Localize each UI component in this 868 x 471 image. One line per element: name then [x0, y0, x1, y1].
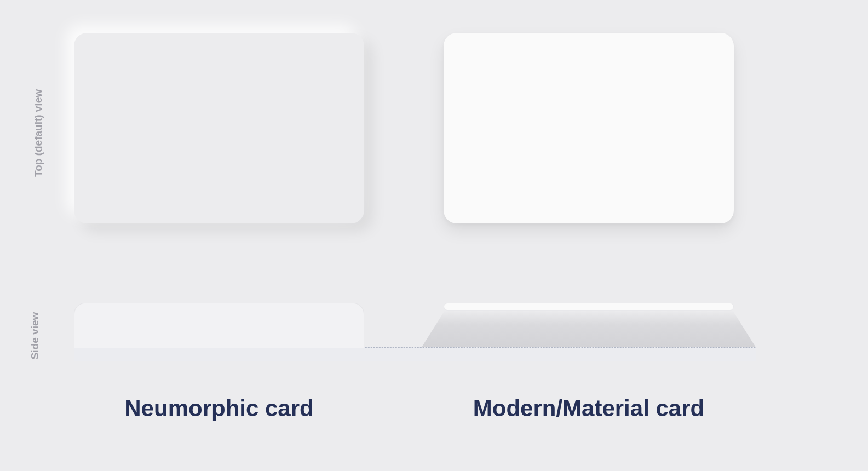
diagram-container: Top (default) view Side view Neumorphic … [0, 0, 868, 471]
neumorphic-card-top-view [74, 33, 364, 223]
material-card-side-view [444, 303, 734, 311]
side-view-baseline [74, 347, 756, 361]
material-card-top-view [444, 33, 734, 223]
row-label-top-view: Top (default) view [32, 89, 44, 177]
column-title-material: Modern/Material card [422, 395, 756, 422]
row-label-side-view: Side view [29, 312, 41, 360]
neumorphic-card-side-view [74, 303, 364, 348]
column-title-neumorphic: Neumorphic card [74, 395, 364, 422]
material-card-side-shadow [422, 310, 756, 347]
